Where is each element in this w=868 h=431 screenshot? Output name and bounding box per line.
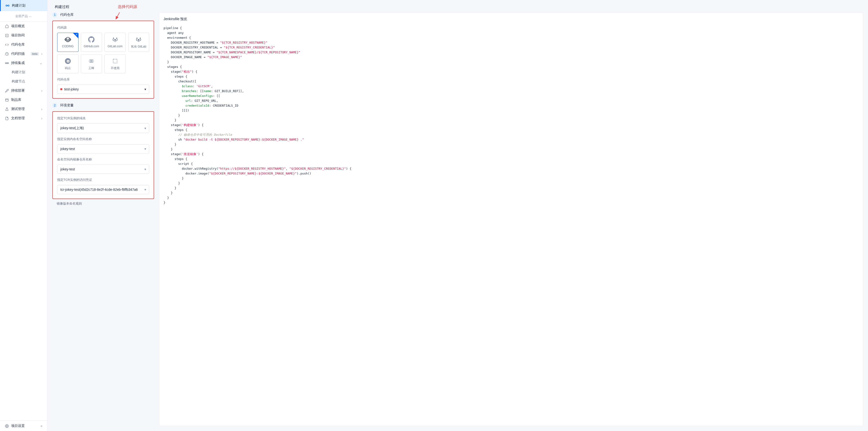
- preview-title: Jenkinsfile 预览: [163, 17, 859, 21]
- field-label-credential: 指定TCR实例的访问凭证: [57, 178, 149, 182]
- field-label-image-repo: 命名空间内镜像仓库名称: [57, 157, 149, 162]
- sidebar-item-docs[interactable]: 文档管理 ›: [0, 114, 47, 123]
- svg-point-14: [65, 58, 71, 64]
- source-label: 代码源: [57, 26, 149, 30]
- code-source-coding[interactable]: CODING: [57, 33, 79, 52]
- sidebar-header-label: 构建计划: [12, 3, 26, 8]
- annotation-arrow-icon: [114, 12, 124, 22]
- flask-icon: [5, 107, 9, 111]
- sidebar-footer[interactable]: 项目设置 «: [0, 421, 47, 431]
- svg-line-7: [116, 12, 122, 19]
- svg-point-11: [67, 38, 67, 39]
- svg-rect-2: [5, 99, 8, 101]
- code-source-none[interactable]: 不使用: [104, 54, 126, 73]
- chevron-right-icon: ›: [41, 107, 42, 111]
- gear-icon: [5, 424, 9, 428]
- chevron-down-icon: ⌄: [39, 61, 42, 65]
- field-label-namespace: 指定实例内命名空间名称: [57, 137, 149, 141]
- code-source-gitlab[interactable]: GitLab.com: [104, 33, 126, 52]
- svg-point-13: [67, 40, 69, 41]
- sidebar-item-build-plan[interactable]: 构建计划: [0, 68, 47, 77]
- credential-select[interactable]: tcr-jokey-test(45d2c718-8e2f-4cde-82eb-f…: [57, 185, 149, 194]
- sidebar-item-build-node[interactable]: 构建节点: [0, 77, 47, 86]
- gitlab-icon: [106, 36, 125, 43]
- dropdown-caret-icon: ▾: [145, 147, 146, 151]
- collapse-sidebar-button[interactable]: «: [40, 424, 42, 428]
- scan-icon: [5, 52, 9, 56]
- sidebar: 构建计划 全部产品 ︿ 项目概览 项目协同 代码仓库 代码扫描 beta: [0, 0, 48, 431]
- infinity-icon: [6, 4, 9, 7]
- chevron-up-icon: ︿: [29, 14, 32, 18]
- step1-box: 代码源 CODING GitHub.com: [52, 21, 154, 99]
- sidebar-item-code-scan[interactable]: 代码扫描 beta ›: [0, 49, 47, 58]
- step1-title: 代码仓库: [60, 12, 74, 17]
- gongfeng-icon: [82, 57, 101, 65]
- chevron-right-icon: ›: [41, 116, 42, 120]
- repo-label: 代码仓库: [57, 77, 149, 82]
- dropdown-caret-icon: ▾: [145, 87, 146, 91]
- sidebar-item-artifacts[interactable]: 制品库: [0, 95, 47, 104]
- chevron-right-icon: ›: [41, 89, 42, 93]
- jenkinsfile-code: pipeline { agent any environment { DOCKE…: [163, 26, 859, 205]
- svg-point-12: [68, 38, 69, 39]
- code-source-github[interactable]: GitHub.com: [81, 33, 102, 52]
- repo-select[interactable]: test-jokey ▾: [57, 85, 149, 94]
- code-icon: [5, 43, 9, 47]
- sidebar-item-code-repo[interactable]: 代码仓库: [0, 40, 47, 49]
- step2-title: 环境变量: [60, 103, 74, 107]
- jenkinsfile-preview: Jenkinsfile 预览 pipeline { agent any envi…: [159, 12, 863, 426]
- annotation-select-source: 选择代码源: [118, 4, 137, 9]
- field-label-domain: 指定TCR实例的域名: [57, 116, 149, 121]
- image-repo-select[interactable]: jokey-test ▾: [57, 164, 149, 174]
- package-icon: [5, 98, 9, 102]
- none-icon: [106, 57, 125, 65]
- page-title: 构建过程: [55, 5, 69, 9]
- rocket-icon: [5, 89, 9, 93]
- image-naming-label: 镜像版本命名规则: [52, 199, 154, 206]
- svg-rect-20: [113, 59, 117, 63]
- sidebar-item-collab[interactable]: 项目协同: [0, 31, 47, 40]
- dropdown-caret-icon: ▾: [145, 167, 146, 171]
- code-source-gongfeng[interactable]: 工蜂: [81, 54, 102, 73]
- coding-dot-icon: [60, 88, 62, 90]
- sidebar-item-ci[interactable]: 持续集成 ⌄: [0, 58, 47, 68]
- github-icon: [82, 36, 101, 43]
- page-title-row: 构建过程 选择代码源: [48, 0, 868, 12]
- chevron-right-icon: ›: [41, 52, 42, 56]
- sidebar-item-test[interactable]: 测试管理 ›: [0, 104, 47, 114]
- domain-select[interactable]: jokey-test(上海) ▾: [57, 123, 149, 133]
- all-products-link[interactable]: 全部产品 ︿: [0, 11, 47, 22]
- dropdown-caret-icon: ▾: [145, 126, 146, 130]
- sidebar-item-overview[interactable]: 项目概览: [0, 22, 47, 31]
- code-source-gitee[interactable]: 码云: [57, 54, 79, 73]
- step-number-2: 2: [52, 103, 57, 108]
- file-icon: [5, 116, 9, 120]
- svg-point-5: [6, 425, 7, 426]
- dropdown-caret-icon: ▾: [145, 188, 146, 191]
- sidebar-item-cd[interactable]: 持续部署 ›: [0, 86, 47, 95]
- namespace-select[interactable]: jokey-test ▾: [57, 144, 149, 153]
- gitlab-icon: [129, 36, 148, 43]
- step2-box: 配置 TCR 访问凭证 指定TCR实例的域名 jokey-test(上海) ▾ …: [52, 111, 154, 199]
- sidebar-header-active[interactable]: 构建计划: [0, 0, 47, 11]
- home-icon: [5, 24, 9, 28]
- step-number-1: 1: [52, 12, 57, 17]
- check-square-icon: [5, 33, 9, 37]
- gitee-icon: [58, 57, 77, 65]
- svg-point-8: [65, 37, 70, 42]
- infinity-icon: [5, 61, 9, 65]
- beta-badge: beta: [31, 52, 39, 56]
- coding-monkey-icon: [58, 36, 77, 43]
- code-source-private-gitlab[interactable]: 私有 GitLab: [128, 33, 150, 52]
